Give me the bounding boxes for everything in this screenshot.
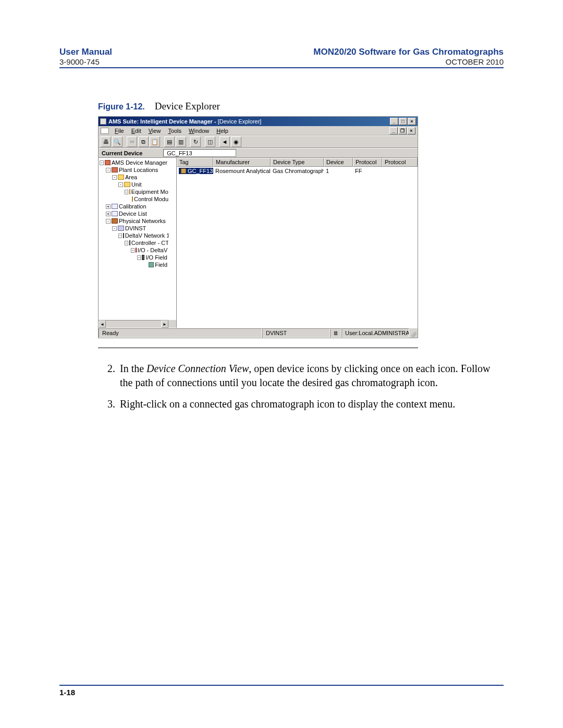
menu-help[interactable]: Help	[213, 128, 232, 134]
cell-device-type: Gas Chromatograph	[271, 168, 324, 174]
col-device-rev[interactable]: Device Rev	[324, 158, 353, 167]
tree-io-field[interactable]: I/O Field	[145, 254, 167, 261]
mdi-minimize-button[interactable]: _	[389, 127, 398, 134]
cell-manufacturer: Rosemount Analytical	[213, 168, 271, 174]
current-device-label: Current Device	[102, 150, 163, 156]
tree-dvinst[interactable]: DVINST	[125, 225, 146, 232]
page-header: User Manual 3-9000-745 MON20/20 Software…	[59, 47, 504, 68]
tree-plant-locations[interactable]: Plant Locations	[119, 166, 158, 174]
menu-tools[interactable]: Tools	[164, 128, 185, 134]
col-manufacturer[interactable]: Manufacturer	[213, 158, 271, 167]
window-maximize-button[interactable]: □	[399, 118, 407, 125]
toolbar-refresh-button[interactable]: ↻	[190, 137, 201, 147]
expander-icon[interactable]: -	[137, 255, 141, 260]
figure-caption: Figure 1-12. Device Explorer	[98, 101, 504, 112]
menu-view[interactable]: View	[145, 128, 165, 134]
menu-edit[interactable]: Edit	[128, 128, 145, 134]
list-header: Tag Manufacturer Device Type Device Rev …	[177, 158, 418, 167]
scroll-right-icon[interactable]: ►	[161, 320, 168, 328]
expander-icon[interactable]: -	[100, 161, 104, 165]
app-window: AMS Suite: Intelligent Device Manager - …	[98, 116, 418, 338]
expander-icon[interactable]: -	[118, 233, 122, 238]
mdi-close-button[interactable]: ×	[407, 127, 415, 134]
tree-deltav-network[interactable]: DeltaV Network 1	[125, 232, 168, 239]
tree-control-module[interactable]: Control Modu	[134, 195, 168, 203]
explorer-body: -AMS Device Manager -Plant Locations -Ar…	[99, 158, 418, 328]
status-user: User:Local.ADMINISTRA...	[341, 328, 409, 338]
physical-networks-icon	[112, 218, 118, 224]
expander-icon[interactable]: -	[125, 190, 128, 194]
expander-icon[interactable]: -	[112, 175, 117, 180]
toolbar-device-button[interactable]: ◫	[205, 137, 215, 147]
status-host: DVINST	[262, 328, 330, 338]
cell-protocol: FF	[353, 168, 382, 174]
field-icon	[149, 262, 154, 267]
header-right-sub: OCTOBER 2010	[313, 57, 504, 66]
toolbar-stop-button[interactable]: ◉	[231, 137, 241, 147]
calibration-icon	[112, 204, 118, 209]
plant-locations-icon	[112, 167, 118, 172]
resize-grip-icon[interactable]	[409, 328, 418, 338]
io-field-icon	[142, 255, 145, 260]
header-left-title: User Manual	[59, 47, 112, 57]
tree-controller[interactable]: Controller - CTLR	[131, 239, 168, 246]
col-tag[interactable]: Tag	[177, 158, 213, 167]
expander-icon[interactable]: +	[106, 204, 111, 209]
toolbar-back-button[interactable]: ◄	[219, 137, 230, 147]
figure-number: Figure 1-12.	[98, 102, 145, 111]
tree-root[interactable]: AMS Device Manager	[112, 159, 167, 166]
header-right-title: MON20/20 Software for Gas Chromatographs	[313, 47, 504, 57]
cell-device-rev: 1	[324, 168, 353, 174]
tree-h-scrollbar[interactable]: ◄ ►	[99, 320, 168, 328]
expander-icon[interactable]: -	[118, 182, 123, 187]
toolbar-cut-button[interactable]: ✂	[127, 137, 137, 147]
window-title: AMS Suite: Intelligent Device Manager - …	[108, 118, 261, 125]
step-2: In the Device Connection View, open devi…	[118, 362, 504, 390]
mdi-restore-button[interactable]: ❐	[398, 127, 407, 134]
network-icon	[123, 233, 124, 238]
tree-field[interactable]: Field	[155, 261, 167, 268]
tree-unit[interactable]: Unit	[131, 181, 142, 188]
tree-device-list[interactable]: Device List	[119, 210, 147, 217]
folder-icon	[132, 196, 133, 202]
toolbar-print-button[interactable]: 🖶	[101, 137, 111, 147]
toolbar-preview-button[interactable]: 🔍	[112, 137, 123, 147]
toolbar-tileh-button[interactable]: ▤	[164, 137, 175, 147]
figure-title: Device Explorer	[155, 101, 220, 112]
io-deltav-icon	[136, 248, 137, 253]
menu-file[interactable]: File	[111, 128, 128, 134]
figure-rule	[98, 348, 418, 348]
expander-icon[interactable]: -	[112, 226, 117, 231]
window-minimize-button[interactable]: _	[390, 118, 398, 125]
tree-io-deltav[interactable]: I/O - DeltaV	[138, 246, 167, 254]
current-device-bar: Current Device GC_FF13	[99, 148, 418, 158]
expander-icon[interactable]: -	[106, 168, 111, 172]
scroll-left-icon[interactable]: ◄	[99, 320, 106, 328]
col-protocol[interactable]: Protocol	[353, 158, 382, 167]
list-pane[interactable]: Tag Manufacturer Device Type Device Rev …	[177, 158, 418, 328]
tree-equipment-module[interactable]: Equipment Modu	[131, 188, 168, 195]
folder-icon	[129, 189, 130, 194]
device-list-icon	[112, 211, 118, 216]
scroll-corner	[168, 320, 176, 328]
toolbar: 🖶 🔍 ✂ ⧉ 📋 ▤ ▥ ↻ ◫ ◄ ◉	[99, 135, 418, 148]
tree-calibration[interactable]: Calibration	[119, 203, 146, 210]
selected-tag-cell[interactable]: GC_FF13	[179, 168, 213, 174]
tree-physical-networks[interactable]: Physical Networks	[119, 217, 166, 225]
toolbar-tilev-button[interactable]: ▥	[176, 137, 186, 147]
expander-icon[interactable]: +	[106, 212, 111, 216]
menu-window[interactable]: Window	[185, 128, 213, 134]
tree-area[interactable]: Area	[125, 174, 137, 181]
current-device-field[interactable]: GC_FF13	[163, 149, 236, 157]
toolbar-paste-button[interactable]: 📋	[150, 137, 160, 147]
expander-icon[interactable]: -	[106, 219, 111, 224]
expander-icon[interactable]: -	[131, 248, 134, 253]
expander-icon[interactable]: -	[125, 241, 128, 245]
window-close-button[interactable]: ×	[408, 118, 416, 125]
list-row[interactable]: GC_FF13 Rosemount Analytical Gas Chromat…	[177, 167, 418, 175]
tree-pane[interactable]: -AMS Device Manager -Plant Locations -Ar…	[99, 158, 177, 328]
toolbar-copy-button[interactable]: ⧉	[138, 137, 149, 147]
col-device-type[interactable]: Device Type	[271, 158, 324, 167]
col-protocol-rev[interactable]: Protocol Rev	[382, 158, 418, 167]
title-bar: AMS Suite: Intelligent Device Manager - …	[99, 117, 418, 126]
